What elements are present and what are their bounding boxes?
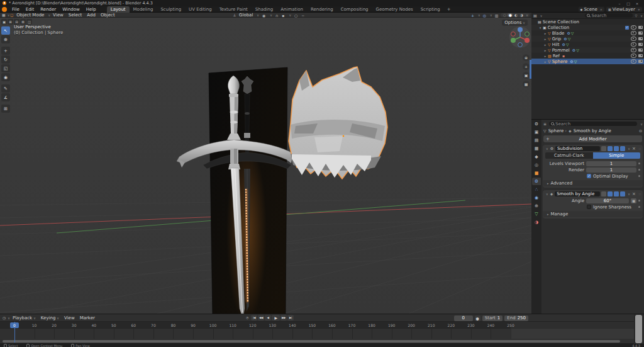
pan-hand-icon[interactable]: + [523,63,530,70]
start-frame-field[interactable]: Start1 [482,316,503,321]
modifier-name-field[interactable]: Smooth by Angle [555,191,600,196]
tool-setting-icon[interactable]: ⊟ [14,19,19,25]
shading-rendered-icon[interactable]: ◑ [519,13,524,17]
animate-dot-icon[interactable] [638,206,640,208]
new-view-layer-icon[interactable]: + [638,8,640,11]
tool-annotate[interactable]: ✎ [1,84,10,93]
disable-in-render-icon[interactable] [638,43,643,46]
optimal-display-checkbox[interactable]: ✓ [587,174,591,178]
properties-tab-data-icon[interactable]: ▽ [532,210,541,218]
realtime-toggle-icon[interactable] [608,191,613,196]
perspective-toggle-icon[interactable]: ▦ [523,81,530,88]
tool-setting-icon[interactable]: ⊞ [8,19,13,25]
close-button[interactable]: × [633,1,641,6]
tool-measure[interactable]: ∡ [1,93,10,101]
menu-window[interactable]: Window [59,7,83,12]
modifier-extras-icon[interactable]: ∨ [628,192,630,196]
drag-handle-icon[interactable]: ∷ [639,192,641,196]
play-button[interactable]: ▶ [272,315,280,321]
delete-modifier-icon[interactable]: × [631,146,636,151]
blender-logo-icon[interactable] [3,1,6,5]
editor-type-icon[interactable]: ▦ [1,13,6,17]
playback-sync-icon[interactable]: ◷ [244,315,250,321]
properties-search-input[interactable]: Search [549,122,637,126]
timeline-menu-marker[interactable]: Marker [77,316,97,321]
realtime-toggle-icon[interactable] [608,146,613,151]
tool-scale[interactable]: ◱ [1,64,10,72]
shading-material-preview-icon[interactable]: ◐ [513,13,518,17]
outliner-row[interactable]: ▸ ▽ Blade ⚙▽ ✓ [531,30,644,36]
timeline-hscrollbar[interactable] [0,339,634,344]
properties-tab-view-layer-icon[interactable]: ▦ [532,145,541,152]
tool-setting-icon[interactable]: ▣ [1,19,7,25]
outliner-row[interactable]: ▸ ▽ Sphere ⚙▽ ✓ [531,59,644,64]
properties-tab-output-icon[interactable]: ▤ [532,137,541,144]
tool-move[interactable]: + [1,47,10,55]
properties-tab-particles-icon[interactable]: ∴ [532,186,541,193]
expand-icon[interactable]: ▸ [543,54,547,58]
tool-setting-icon[interactable]: ⊠ [20,19,26,25]
breadcrumb-item[interactable]: Smooth by Angle [574,128,611,134]
viewport-menu-add[interactable]: Add [84,13,98,18]
hide-in-viewport-icon[interactable] [631,54,636,58]
workspace-tab-texture-paint[interactable]: Texture Paint [216,6,252,13]
expand-icon[interactable]: ▸ [543,48,547,52]
hide-in-viewport-icon[interactable] [631,37,636,41]
workspace-tab-rendering[interactable]: Rendering [307,6,337,13]
tool-add-cube[interactable]: ⊞ [1,105,10,113]
timeline-vscrollbar[interactable] [634,314,644,344]
navigation-gizmo[interactable] [508,25,531,49]
viewport-menu-view[interactable]: View [50,13,66,18]
properties-tab-constraints-icon[interactable]: ⊕ [532,202,541,210]
properties-tab-world-icon[interactable]: ◎ [532,161,541,169]
properties-options-chevron-icon[interactable]: ∨ [640,122,643,126]
outliner-row[interactable]: ▸ ▨ Ref ▪ ✓ [531,53,644,59]
shading-solid-icon[interactable]: ● [508,13,513,17]
workspace-tab-geometry-nodes[interactable]: Geometry Nodes [372,6,417,13]
add-workspace-button[interactable]: + [444,7,454,12]
viewport-menu-object[interactable]: Object [98,13,118,18]
render-toggle-icon[interactable] [614,146,619,151]
timeline-menu-keying[interactable]: Keying∨ [38,316,62,321]
tool-rotate[interactable]: ↻ [1,55,10,64]
segment-simple[interactable]: Simple [593,152,641,159]
properties-editor-icon[interactable]: ≡ [543,122,547,126]
tool-cursor[interactable]: ⊕ [1,35,10,43]
workspace-tab-sculpting[interactable]: Sculpting [157,6,185,13]
pin-icon[interactable]: ⊙ [638,128,643,133]
timeline-menu-view[interactable]: View [62,316,77,321]
view-layer-selector[interactable]: ▦ ViewLayer + [606,7,642,12]
render-levels-field[interactable]: 1 [586,168,636,173]
render-toggle-icon[interactable] [614,191,619,196]
breadcrumb-object[interactable]: Sphere [548,128,564,134]
expand-icon[interactable]: ▸ [543,37,547,41]
levels-viewport-field[interactable]: 1 [586,161,636,166]
cage-toggle-icon[interactable] [620,191,625,196]
expand-icon[interactable]: ▸ [543,43,547,47]
scene-selector[interactable]: ◆ Scene × [579,7,604,12]
maximize-button[interactable]: □ [624,1,633,6]
segment-catmull-clark[interactable]: Catmull-Clark [545,152,593,159]
hide-in-viewport-icon[interactable] [631,48,636,52]
animate-dot-icon[interactable] [638,169,640,171]
next-key-button[interactable]: ▶▶ [280,315,287,321]
unlink-scene-icon[interactable]: × [600,8,602,11]
orientation-dropdown[interactable]: Global [239,13,253,18]
viewport-menu-select[interactable]: Select [66,13,85,18]
workspace-tab-layout[interactable]: Layout [107,6,130,13]
menu-help[interactable]: Help [83,7,99,12]
disable-in-render-icon[interactable] [638,54,643,57]
prev-key-button[interactable]: ◀◀ [258,315,264,321]
workspace-tab-scripting[interactable]: Scripting [417,6,444,13]
collection-checkbox-icon[interactable]: ✓ [625,26,629,30]
blender-app-menu-icon[interactable] [2,7,7,12]
angle-field[interactable]: 60° [586,198,629,203]
show-gizmo-icon[interactable]: + [470,13,475,18]
workspace-tab-animation[interactable]: Animation [277,6,307,13]
region-scrollbar[interactable] [530,60,531,79]
disable-in-render-icon[interactable] [638,48,643,52]
expand-icon[interactable]: ▸ [543,31,547,35]
disable-in-render-icon[interactable] [638,31,643,35]
hide-in-viewport-icon[interactable] [631,42,636,47]
outliner-row[interactable]: ▸ ▽ Grip ⚙▽ ✓ [531,36,644,42]
